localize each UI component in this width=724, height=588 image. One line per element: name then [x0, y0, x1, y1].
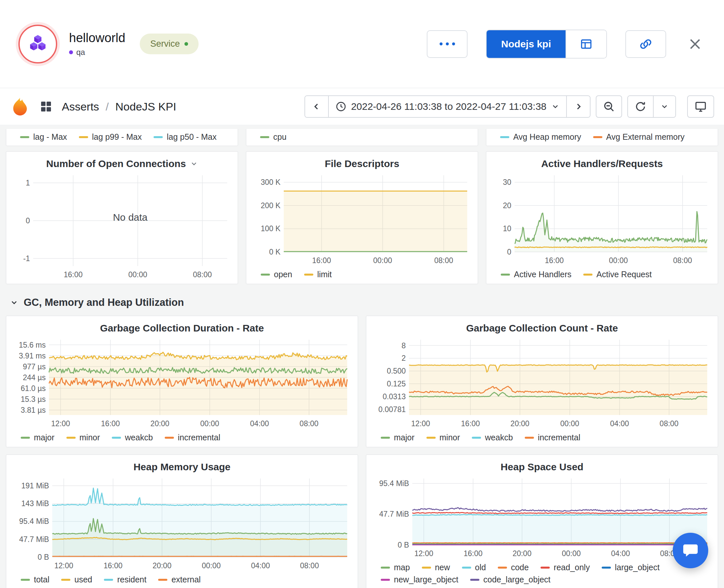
apps-grid-icon[interactable]: [40, 100, 52, 113]
legend-swatch: [472, 437, 481, 439]
legend-item[interactable]: map: [381, 563, 410, 572]
dashboard-list-button[interactable]: [566, 30, 606, 58]
legend-swatch: [525, 437, 534, 439]
legend-label: old: [475, 563, 486, 572]
link-button[interactable]: [625, 30, 666, 58]
file-descriptors-chart[interactable]: 16:0000:0008:00300 K200 K100 K0 K: [252, 172, 472, 266]
grafana-logo[interactable]: [10, 96, 30, 117]
active-handlers-chart[interactable]: 16:0000:0008:003020100: [492, 172, 712, 266]
refresh-button[interactable]: [628, 96, 653, 117]
svg-text:8: 8: [402, 341, 406, 350]
legend-item[interactable]: resident: [104, 575, 146, 584]
svg-text:08:00: 08:00: [300, 419, 319, 428]
svg-text:08:00: 08:00: [660, 419, 679, 428]
nodejs-kpi-button[interactable]: Nodejs kpi: [487, 30, 566, 58]
legend-swatch: [21, 437, 30, 439]
legend-label: Avg Heap memory: [513, 132, 581, 142]
chat-widget-button[interactable]: [673, 533, 708, 568]
legend-item[interactable]: new_large_object: [381, 575, 458, 584]
clipped-panels-row: lag - Maxlag p99 - Maxlag p50 - Max cpu …: [6, 129, 718, 146]
chevron-left-icon: [312, 102, 322, 111]
legend-swatch: [498, 567, 507, 569]
time-shift-back-button[interactable]: [305, 96, 328, 117]
legend-item[interactable]: total: [21, 575, 49, 584]
chevron-down-icon[interactable]: [190, 160, 198, 168]
close-icon: [687, 37, 703, 51]
refresh-interval-button[interactable]: [653, 96, 675, 117]
legend-item[interactable]: open: [261, 270, 292, 279]
panel-title[interactable]: Number of Open Connections: [12, 155, 232, 172]
legend-label: weakcb: [125, 433, 153, 442]
legend-item[interactable]: minor: [426, 433, 460, 442]
svg-text:00:00: 00:00: [202, 561, 221, 570]
section-gc-memory-heap[interactable]: GC, Memory and Heap Utilization: [6, 291, 718, 316]
open-connections-chart[interactable]: 16:0000:0008:0010-1No data: [12, 172, 232, 280]
time-range-button[interactable]: 2022-04-26 11:03:38 to 2022-04-27 11:03:…: [328, 96, 566, 117]
env-label: qa: [76, 48, 85, 57]
panel-title[interactable]: Heap Memory Usage: [12, 459, 352, 475]
legend-label: weakcb: [485, 433, 513, 442]
legend-item[interactable]: code_large_object: [470, 575, 550, 584]
kiosk-mode-button[interactable]: [687, 96, 714, 118]
panel-gc-count: Garbage Collection Count - Rate 12:0016:…: [366, 316, 718, 447]
more-button[interactable]: [427, 30, 468, 58]
panel-title[interactable]: Active Handlers/Requests: [492, 155, 712, 172]
legend-swatch: [304, 274, 313, 276]
service-status-dot: [185, 42, 188, 46]
legend-item[interactable]: lag p50 - Max: [153, 132, 216, 142]
legend-item[interactable]: weakcb: [472, 433, 513, 442]
legend-swatch: [79, 136, 88, 138]
legend-item[interactable]: lag - Max: [20, 132, 67, 142]
legend-item[interactable]: code: [498, 563, 529, 572]
legend-item[interactable]: Avg External memory: [593, 132, 685, 142]
svg-text:16:00: 16:00: [312, 256, 331, 265]
legend-item[interactable]: Avg Heap memory: [500, 132, 581, 142]
chat-icon: [682, 542, 699, 560]
svg-text:12:00: 12:00: [51, 419, 70, 428]
panel-title[interactable]: Heap Space Used: [372, 459, 712, 475]
legend-label: lag p50 - Max: [167, 132, 216, 142]
section-title: GC, Memory and Heap Utilization: [24, 297, 184, 309]
legend-item[interactable]: Active Handlers: [501, 270, 571, 279]
legend-item[interactable]: weakcb: [112, 433, 153, 442]
legend-item[interactable]: external: [158, 575, 200, 584]
legend-item[interactable]: incremental: [165, 433, 220, 442]
legend-item[interactable]: cpu: [260, 132, 286, 142]
legend-item[interactable]: new: [422, 563, 450, 572]
legend-item[interactable]: incremental: [525, 433, 580, 442]
legend-item[interactable]: major: [21, 433, 55, 442]
zoom-out-button[interactable]: [596, 96, 622, 118]
legend-item[interactable]: old: [462, 563, 486, 572]
legend-item[interactable]: large_object: [602, 563, 660, 572]
service-badge[interactable]: Service: [140, 34, 198, 54]
panel-title[interactable]: Garbage Collection Count - Rate: [372, 320, 712, 336]
legend-label: large_object: [615, 563, 660, 572]
close-button[interactable]: [684, 34, 706, 55]
panel-title[interactable]: Garbage Collection Duration - Rate: [12, 320, 352, 336]
svg-text:16:00: 16:00: [461, 419, 480, 428]
panel-title[interactable]: File Descriptors: [252, 155, 472, 172]
time-shift-forward-button[interactable]: [566, 96, 590, 117]
service-logo: [18, 25, 57, 63]
legend-label: map: [394, 563, 410, 572]
breadcrumb-separator: /: [106, 100, 108, 113]
table-icon: [580, 38, 593, 51]
heap-memory-chart[interactable]: 12:0016:0020:0000:0004:0008:00191 MiB143…: [12, 475, 352, 571]
gc-count-chart[interactable]: 12:0016:0020:0000:0004:0008:00820.5000.1…: [372, 336, 712, 429]
heap-space-chart[interactable]: 12:0016:0020:0000:0004:0008:0095.4 MiB47…: [372, 475, 712, 560]
legend: cpu: [260, 132, 286, 142]
legend-item[interactable]: used: [61, 575, 92, 584]
gc-duration-chart[interactable]: 12:0016:0020:0000:0004:0008:0015.6 ms3.9…: [12, 336, 352, 429]
legend: lag - Maxlag p99 - Maxlag p50 - Max: [20, 132, 217, 142]
legend-swatch: [500, 136, 509, 138]
svg-text:15.6 ms: 15.6 ms: [19, 341, 46, 349]
legend-item[interactable]: major: [381, 433, 414, 442]
breadcrumb-root[interactable]: Asserts: [62, 100, 99, 113]
legend-item[interactable]: Active Request: [583, 270, 652, 279]
legend-item[interactable]: minor: [66, 433, 100, 442]
legend-item[interactable]: lag p99 - Max: [79, 132, 142, 142]
panel-gc-duration: Garbage Collection Duration - Rate 12:00…: [6, 316, 358, 447]
legend: majorminorweakcbincremental: [12, 429, 352, 444]
legend-item[interactable]: limit: [304, 270, 332, 279]
legend-item[interactable]: read_only: [540, 563, 590, 572]
